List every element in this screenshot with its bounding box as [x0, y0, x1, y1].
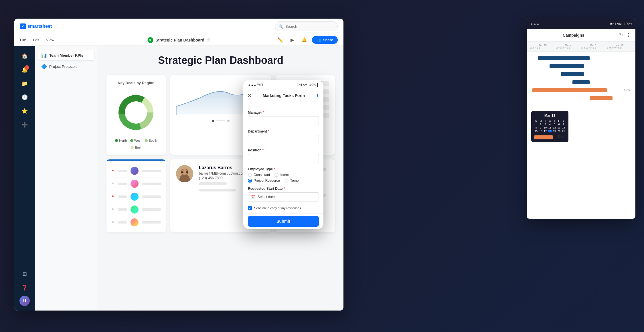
copy-checkbox[interactable]: ✓ [248, 206, 252, 210]
sidebar-item-recent[interactable]: 🕐 [19, 92, 30, 103]
gantt-bar-3 [561, 72, 584, 76]
mobile-form-body: Manager * Department * Position * Employ… [243, 102, 323, 213]
gantt-progress-label: 50% [624, 88, 630, 92]
legend-west: West [130, 139, 141, 142]
legend-north: North [115, 139, 127, 142]
sidebar-item-apps[interactable]: ⊞ [19, 268, 30, 280]
menu-view[interactable]: View [46, 38, 54, 42]
row-line-2 [118, 183, 127, 185]
employee-type-label: Employee Type * [248, 167, 319, 171]
department-input[interactable] [248, 135, 319, 144]
radio-project-resource-label: Project Resource [254, 179, 280, 183]
menu-edit[interactable]: Edit [33, 38, 39, 42]
sidebar-item-help[interactable]: ❓ [19, 282, 30, 293]
submit-button[interactable]: Submit [248, 216, 319, 227]
calendar-icon: 📅 [251, 195, 255, 199]
logo: ✓ smartsheet [20, 23, 52, 29]
flag-gray-4: ⚑ [111, 208, 114, 212]
star-icon[interactable]: ☆ [207, 38, 210, 42]
radio-circle-intern[interactable] [274, 173, 278, 177]
row-line-2b [142, 183, 161, 185]
sidebar-item-notifications[interactable]: 🔔 3 [19, 64, 30, 76]
gantt-date-header: Feb 25 W T F S S Mar 4 M T W T F S [527, 42, 635, 52]
gantt-battery: 100% [624, 22, 632, 25]
mobile-time: 9:41 AM [297, 83, 307, 86]
svg-point-4 [125, 102, 147, 123]
slider-dot-2[interactable] [227, 120, 230, 122]
sidebar-item-home[interactable]: 🏠 [19, 50, 30, 62]
employee-type-options: Consultant Intern Project Resource Temp [248, 173, 319, 183]
slider-dot-1[interactable] [212, 120, 214, 122]
user-avatar[interactable]: U [19, 296, 30, 306]
row-line-1b [142, 170, 161, 172]
manager-required: * [263, 110, 264, 114]
radio-row-2: Project Resource Temp [248, 179, 319, 183]
radio-consultant[interactable]: Consultant [248, 173, 270, 177]
search-input[interactable] [285, 24, 334, 29]
mobile-statusbar: ▲▲▲ WiFi 9:41 AM 100% ▌ [243, 80, 323, 89]
svg-rect-9 [181, 171, 183, 173]
row-avatar-5 [131, 218, 139, 226]
radio-circle-project-resource[interactable] [248, 179, 252, 183]
gantt-row-3 [527, 70, 635, 78]
copy-checkbox-row: ✓ Send me a copy of my responses [248, 206, 319, 210]
gantt-more-icon[interactable]: ⋮ [626, 32, 631, 38]
gantt-window: ▲▲▲ 9:41 AM 100% Campaigns ↻ ⋮ Feb 25 W … [527, 19, 635, 219]
nav-protocols-label: Project Protocols [49, 64, 77, 69]
mobile-battery: 100% [308, 83, 316, 86]
radio-circle-temp[interactable] [285, 179, 289, 183]
gantt-row-2 [527, 62, 635, 70]
gantt-date-mar18: Mar 18 S M T W T F S [607, 44, 632, 49]
legend-south-dot [145, 139, 148, 142]
gantt-time: 9:41 AM [610, 22, 622, 25]
row-avatar-4 [131, 205, 139, 214]
mobile-close-button[interactable]: ✕ [247, 92, 252, 99]
logo-text: smartsheet [27, 24, 52, 29]
manager-label: Manager * [248, 110, 319, 114]
mobile-window: ▲▲▲ WiFi 9:41 AM 100% ▌ ✕ Marketing Task… [243, 80, 323, 229]
search-bar[interactable]: 🔍 [275, 21, 338, 31]
donut-legend: North West South [112, 139, 160, 149]
donut-svg [116, 92, 156, 133]
date-picker-button[interactable]: 📅 Select date [248, 192, 319, 201]
legend-east-label: East [135, 146, 141, 149]
nav-item-protocols[interactable]: 🔷 Project Protocols [38, 62, 94, 72]
department-label-text: Department [248, 129, 267, 133]
top-bar: ✓ smartsheet 🔍 [14, 19, 343, 34]
mobile-share-icon[interactable]: ⬆ [316, 93, 319, 98]
radio-consultant-label: Consultant [254, 173, 270, 177]
dashboard-title: Strategic Plan Dashboard [106, 54, 335, 66]
radio-temp[interactable]: Temp [285, 179, 299, 183]
manager-input[interactable] [248, 116, 319, 125]
contact-avatar-main [176, 165, 193, 182]
position-input[interactable] [248, 154, 319, 163]
gantt-refresh-icon[interactable]: ↻ [619, 32, 623, 38]
svg-rect-10 [186, 171, 188, 173]
position-label: Position * [248, 148, 319, 152]
sidebar: 🏠 🔔 3 📁 🕐 ⭐ ➕ ⊞ ❓ U [14, 46, 35, 311]
row-line-5b [142, 221, 161, 224]
radio-intern[interactable]: Intern [274, 173, 289, 177]
start-date-label-text: Requested Start Date [248, 187, 283, 191]
slider-line-1[interactable] [216, 120, 225, 120]
doc-title-icon: ⊕ [147, 37, 153, 43]
radio-project-resource[interactable]: Project Resource [248, 179, 280, 183]
gantt-bar-5 [532, 88, 607, 92]
present-icon[interactable]: ▶ [288, 36, 297, 44]
sidebar-item-browse[interactable]: 📁 [19, 78, 30, 89]
avatar-face-svg [176, 165, 193, 182]
flag-red-3: ⚑ [111, 195, 114, 199]
radio-temp-label: Temp [290, 179, 299, 183]
copy-checkbox-label: Send me a copy of my responses [254, 206, 301, 210]
sidebar-item-create[interactable]: ➕ [19, 119, 30, 131]
mobile-status-right: 9:41 AM 100% ▌ [297, 83, 319, 86]
row-avatar-1 [131, 167, 139, 175]
radio-circle-consultant[interactable] [248, 173, 252, 177]
nav-item-kpis[interactable]: 📊 Team Member KPIs [38, 50, 94, 60]
share-button[interactable]: 👥 Share [312, 36, 338, 44]
notifications-icon[interactable]: 🔔 [300, 36, 309, 44]
menu-file[interactable]: File [20, 38, 26, 42]
gantt-row-6 [527, 94, 635, 102]
sidebar-item-favorites[interactable]: ⭐ [19, 105, 30, 117]
edit-icon[interactable]: ✏️ [276, 36, 285, 44]
